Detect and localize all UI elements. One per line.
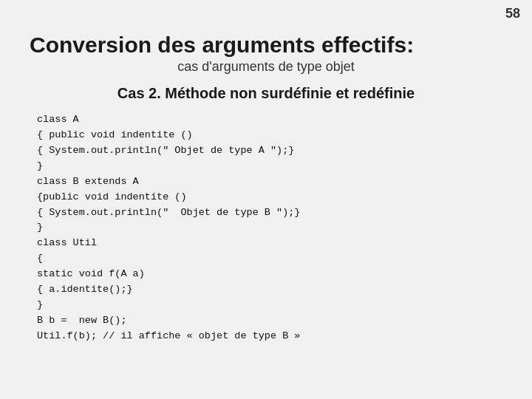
sub-title: cas d'arguments de type objet (30, 59, 502, 75)
slide-number: 58 (505, 6, 520, 21)
main-title: Conversion des arguments effectifs: (30, 33, 502, 58)
slide: 58 Conversion des arguments effectifs: c… (0, 0, 532, 399)
case-title: Cas 2. Méthode non surdéfinie et redéfin… (30, 85, 502, 102)
code-block: class A { public void indentite () { Sys… (37, 112, 502, 344)
